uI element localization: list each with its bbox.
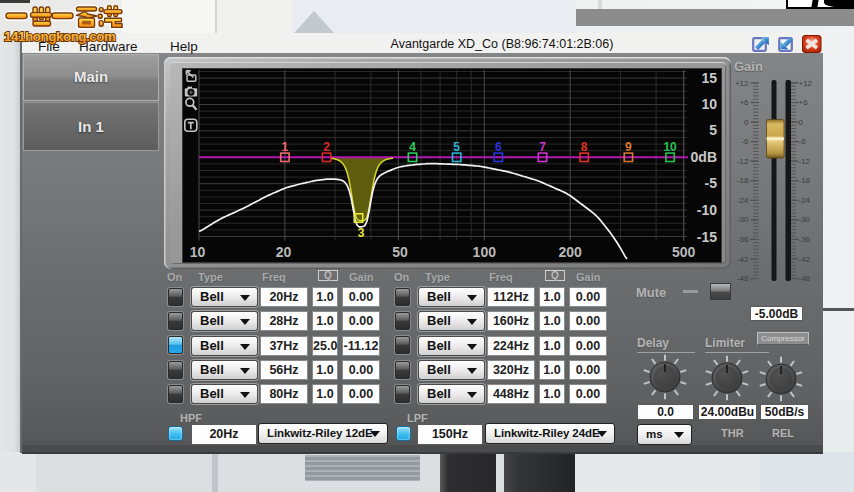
svg-text:141hongkong.com: 141hongkong.com (4, 29, 116, 44)
